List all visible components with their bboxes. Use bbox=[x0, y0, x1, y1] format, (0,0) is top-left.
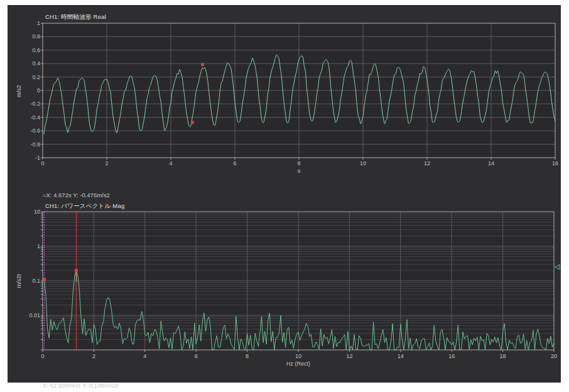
fft-analyzer-screen: CH1: 時間軸波形 Real m/s2 10.80.60.40.20-0.2-… bbox=[0, 0, 569, 392]
x-tick-label: 2 bbox=[84, 353, 103, 359]
x-tick-label: 18 bbox=[494, 353, 512, 359]
x-tick-label: 16 bbox=[546, 160, 565, 166]
x-tick-label: 12 bbox=[340, 353, 359, 359]
x-tick-label: 16 bbox=[442, 353, 461, 359]
x-tick-label: 8 bbox=[238, 353, 257, 359]
y-tick-label: 0.01 bbox=[19, 312, 40, 318]
x-tick-label: 4 bbox=[161, 160, 180, 166]
cursor-marker[interactable] bbox=[75, 269, 78, 272]
x-tick-label: 10 bbox=[289, 353, 308, 359]
y-tick-label: 10 bbox=[19, 209, 40, 215]
x-tick-label: 6 bbox=[187, 353, 205, 359]
y-tick-label: -0.4 bbox=[19, 114, 40, 121]
x-tick-label: 12 bbox=[418, 160, 436, 166]
y-tick-label: 0.1 bbox=[19, 278, 40, 284]
time-cursor-readout-line1: =X: 4.672s Y: -0.476m/s2 bbox=[43, 192, 110, 199]
y-tick-label: -0.8 bbox=[19, 141, 40, 148]
x-tick-label: 0 bbox=[33, 353, 52, 359]
spectrum-chart-x-axis-label: Hz (Rect) bbox=[267, 361, 330, 367]
y-tick-label: 0 bbox=[19, 87, 40, 94]
x-tick-label: 0 bbox=[33, 160, 52, 166]
power-spectrum-plot[interactable] bbox=[39, 208, 566, 354]
y-tick-label: 0.6 bbox=[19, 47, 40, 53]
x-tick-label: 20 bbox=[545, 353, 563, 359]
y-tick-label: -0.2 bbox=[19, 101, 40, 107]
y-tick-label: 0.2 bbox=[19, 74, 40, 80]
time-chart-x-axis-label: s bbox=[280, 168, 318, 174]
overall-level-marker-icon bbox=[555, 264, 560, 270]
y-tick-label: 1 bbox=[19, 20, 40, 26]
x-tick-label: 8 bbox=[290, 160, 308, 166]
x-tick-label: 14 bbox=[391, 353, 410, 359]
spectrum-cursor-readout: X: 62.500mHz Y: 0.108m/s2r X: 1.313Hz Y:… bbox=[43, 368, 166, 392]
x-tick-label: 4 bbox=[136, 353, 154, 359]
spectrum-cursor-readout-line1: X: 62.500mHz Y: 0.108m/s2r bbox=[43, 382, 166, 389]
y-tick-label: -0.6 bbox=[19, 128, 40, 134]
x-tick-label: 2 bbox=[97, 160, 116, 166]
time-waveform-plot[interactable] bbox=[39, 19, 559, 161]
x-tick-label: 6 bbox=[225, 160, 244, 166]
x-tick-label: 14 bbox=[482, 160, 501, 166]
cursor-marker[interactable] bbox=[191, 121, 194, 124]
y-tick-label: 1 bbox=[19, 243, 40, 249]
cursor-marker[interactable] bbox=[201, 63, 204, 66]
cursor-marker[interactable] bbox=[43, 278, 46, 281]
y-tick-label: 0.4 bbox=[19, 60, 40, 67]
x-tick-label: 10 bbox=[354, 160, 372, 166]
y-tick-label: 0.8 bbox=[19, 33, 40, 40]
